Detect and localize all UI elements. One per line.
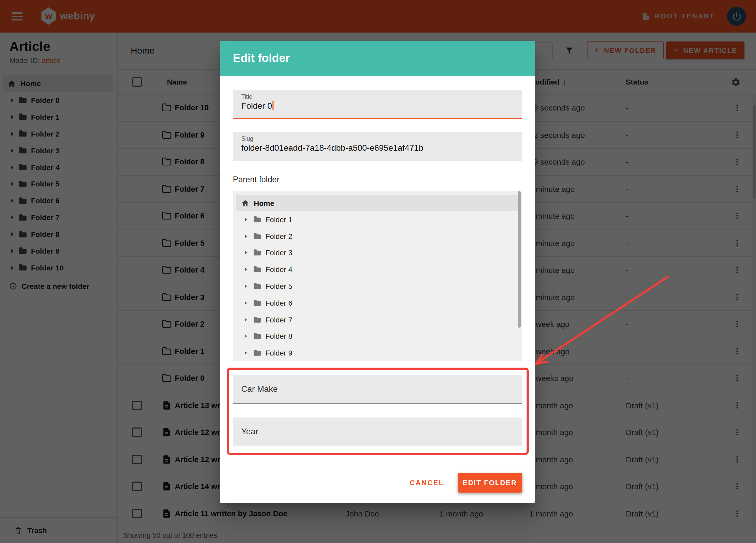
year-label: Year [241, 427, 258, 436]
tree-scrollbar-thumb[interactable] [517, 191, 521, 328]
tree-folder-item[interactable]: Folder 3 [233, 244, 522, 261]
folder-icon [253, 332, 261, 341]
folder-icon [253, 265, 261, 274]
tree-folder-item[interactable]: Folder 5 [233, 278, 522, 295]
tree-folder-label: Folder 2 [265, 232, 292, 240]
tree-folder-label: Folder 8 [265, 332, 292, 341]
tree-folder-label: Folder 9 [265, 349, 292, 357]
tree-folder-label: Folder 7 [265, 315, 292, 324]
chevron-right-icon[interactable] [242, 300, 249, 306]
parent-folder-tree: Home Folder 1 Folder 2 [233, 191, 522, 361]
tree-folder-item[interactable]: Folder 4 [233, 261, 522, 278]
title-field-value: Folder 0 [241, 101, 522, 111]
app-root: W webiny ROOT TENANT Article Model ID: a… [0, 0, 756, 543]
chevron-right-icon[interactable] [242, 316, 249, 323]
tree-folder-label: Folder 4 [265, 265, 292, 274]
chevron-right-icon[interactable] [242, 233, 249, 239]
edit-folder-submit-button[interactable]: EDIT FOLDER [458, 473, 522, 493]
home-icon [241, 199, 249, 207]
folder-icon [253, 349, 261, 357]
chevron-right-icon[interactable] [242, 333, 249, 340]
tree-folder-label: Folder 1 [265, 215, 292, 224]
car-make-label: Car Make [241, 384, 278, 394]
chevron-right-icon[interactable] [242, 350, 249, 356]
title-field[interactable]: Title Folder 0 [233, 90, 522, 119]
chevron-right-icon[interactable] [242, 267, 249, 273]
slug-field-label: Slug [241, 135, 522, 142]
tree-folder-item[interactable]: Folder 6 [233, 295, 522, 311]
folder-icon [253, 215, 261, 224]
tree-folder-item[interactable]: Folder 7 [233, 311, 522, 328]
tree-folder-item[interactable]: Folder 8 [233, 328, 522, 345]
folder-icon [253, 282, 261, 290]
tree-folder-label: Folder 5 [265, 282, 292, 290]
folder-icon [253, 249, 261, 257]
dialog-title: Edit folder [233, 51, 290, 65]
tree-folder-item[interactable]: Folder 2 [233, 228, 522, 245]
cancel-button[interactable]: CANCEL [410, 479, 444, 487]
tree-folder-list: Folder 1 Folder 2 Folder 3 [233, 211, 522, 361]
tree-folder-label: Folder 3 [265, 249, 292, 257]
slug-field-value: folder-8d01eadd-7a18-4dbb-a500-e695e1af4… [241, 143, 522, 153]
year-field[interactable]: Year [233, 417, 522, 446]
car-make-field[interactable]: Car Make [233, 375, 522, 404]
dialog-header: Edit folder [220, 41, 535, 76]
tree-folder-label: Folder 6 [265, 299, 292, 307]
folder-icon [253, 315, 261, 324]
chevron-right-icon[interactable] [242, 283, 249, 289]
tree-home-label: Home [254, 199, 274, 207]
tree-folder-item[interactable]: Folder 9 [233, 345, 522, 361]
tree-item-home[interactable]: Home [235, 195, 519, 211]
edit-folder-dialog: Edit folder Title Folder 0 Slug folder-8… [220, 41, 535, 503]
folder-icon [253, 299, 261, 307]
slug-field[interactable]: Slug folder-8d01eadd-7a18-4dbb-a500-e695… [233, 132, 522, 161]
title-field-label: Title [241, 93, 522, 100]
folder-icon [253, 232, 261, 240]
tree-folder-item[interactable]: Folder 1 [233, 211, 522, 228]
chevron-right-icon[interactable] [242, 250, 249, 256]
dialog-actions: CANCEL EDIT FOLDER [410, 473, 522, 493]
text-cursor [272, 101, 273, 110]
parent-folder-label: Parent folder [233, 175, 280, 184]
chevron-right-icon[interactable] [242, 216, 249, 223]
